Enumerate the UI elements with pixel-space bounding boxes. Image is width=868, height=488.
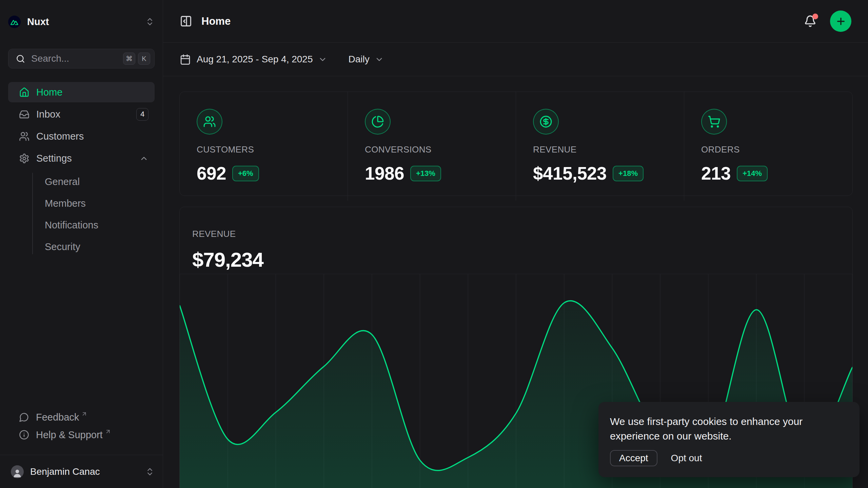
revenue-value: $79,234 — [192, 248, 840, 271]
info-icon — [19, 430, 29, 440]
sidebar-top: Nuxt Search... ⌘ K Home Inbox — [0, 0, 163, 411]
plus-icon — [835, 16, 846, 27]
revenue-label: REVENUE — [192, 229, 840, 239]
stat-value: 1986 — [365, 163, 404, 184]
person-icon — [12, 468, 22, 478]
page-title: Home — [201, 15, 231, 27]
search-placeholder: Search... — [31, 53, 69, 64]
sidebar-nav: Home Inbox 4 Customers Settings Ge — [8, 82, 155, 258]
sidebar-item-label: Home — [36, 87, 62, 98]
search-shortcut: ⌘ K — [123, 53, 150, 65]
users-icon — [203, 115, 216, 128]
team-switcher[interactable]: Nuxt — [8, 13, 155, 30]
accept-button[interactable]: Accept — [610, 450, 657, 466]
sidebar-item-general[interactable]: General — [45, 171, 155, 192]
sidebar-item-feedback[interactable]: Feedback — [8, 411, 155, 428]
settings-subnav: General Members Notifications Security — [8, 171, 155, 258]
granularity-label: Daily — [349, 54, 370, 65]
stats-card: CUSTOMERS 692 +6% CONVERSIONS 1986 +13% — [179, 92, 853, 196]
sidebar-item-label: Feedback — [36, 411, 79, 424]
sidebar-item-label: Customers — [36, 131, 84, 142]
external-link-icon — [81, 411, 87, 417]
chevron-down-icon — [318, 55, 327, 64]
stat-value: 692 — [197, 163, 226, 184]
stat-value: $415,523 — [533, 163, 607, 184]
user-name: Benjamin Canac — [30, 466, 100, 477]
date-range-label: Aug 21, 2025 - Sep 4, 2025 — [197, 54, 313, 65]
team-name: Nuxt — [27, 16, 49, 27]
sidebar-item-settings[interactable]: Settings — [8, 148, 155, 168]
stat-icon-circle — [701, 109, 727, 135]
sidebar-item-inbox[interactable]: Inbox 4 — [8, 104, 155, 124]
stat-customers: CUSTOMERS 692 +6% — [180, 92, 348, 201]
users-icon — [19, 131, 29, 142]
stat-delta-badge: +14% — [737, 166, 768, 181]
stat-delta-badge: +18% — [613, 166, 644, 181]
sidebar-footer: Feedback Help & Support — [0, 411, 163, 455]
main-header: Home — [163, 0, 868, 43]
dollar-circle-icon — [539, 115, 552, 128]
stat-icon-circle — [365, 109, 391, 135]
sidebar-item-label: Inbox — [36, 109, 60, 120]
nuxt-logo-icon — [8, 16, 21, 28]
message-circle-icon — [19, 412, 29, 422]
kbd-k: K — [138, 53, 150, 65]
stat-value: 213 — [701, 163, 731, 184]
sidebar-item-home[interactable]: Home — [8, 82, 155, 102]
sidebar-item-customers[interactable]: Customers — [8, 126, 155, 146]
stat-label: CONVERSIONS — [365, 144, 499, 155]
stat-label: REVENUE — [533, 144, 667, 155]
home-icon — [19, 87, 29, 98]
sidebar-item-notifications[interactable]: Notifications — [45, 214, 155, 236]
user-menu[interactable]: Benjamin Canac — [0, 455, 163, 488]
pie-chart-icon — [371, 115, 384, 128]
notifications-button[interactable] — [804, 15, 816, 27]
inbox-icon — [19, 109, 29, 120]
revenue-card-header: REVENUE $79,234 — [180, 207, 852, 274]
external-link-icon — [105, 428, 111, 435]
stat-delta-badge: +13% — [410, 166, 441, 181]
stat-label: CUSTOMERS — [197, 144, 331, 155]
sidebar-item-help-support[interactable]: Help & Support — [8, 428, 155, 446]
cookie-actions: Accept Opt out — [610, 450, 848, 466]
cart-icon — [708, 115, 721, 128]
sidebar-item-security[interactable]: Security — [45, 236, 155, 258]
stat-delta-badge: +6% — [232, 166, 259, 181]
app-root: Nuxt Search... ⌘ K Home Inbox — [0, 0, 868, 488]
stat-icon-circle — [197, 109, 222, 135]
stat-conversions: CONVERSIONS 1986 +13% — [348, 92, 516, 201]
search-icon — [16, 54, 25, 63]
calendar-icon — [180, 54, 191, 65]
toolbar: Aug 21, 2025 - Sep 4, 2025 Daily — [163, 43, 868, 76]
stat-orders: ORDERS 213 +14% — [684, 92, 852, 201]
sidebar-item-label: Help & Support — [36, 428, 103, 441]
chevron-up-icon — [139, 154, 149, 163]
sidebar-item-members[interactable]: Members — [45, 192, 155, 214]
panel-left-close-icon — [180, 15, 192, 27]
chevrons-up-down-icon — [145, 17, 155, 26]
stat-label: ORDERS — [701, 144, 835, 155]
notification-dot — [812, 14, 818, 19]
cookie-message: We use first-party cookies to enhance yo… — [610, 414, 834, 443]
stat-icon-circle — [533, 109, 559, 135]
avatar — [11, 465, 24, 478]
opt-out-button[interactable]: Opt out — [671, 453, 702, 464]
add-button[interactable] — [830, 11, 851, 32]
collapse-sidebar-button[interactable] — [180, 15, 192, 27]
granularity-button[interactable]: Daily — [349, 54, 384, 65]
date-range-button[interactable]: Aug 21, 2025 - Sep 4, 2025 — [180, 54, 327, 65]
sidebar-item-label: Settings — [36, 153, 72, 164]
stat-revenue: REVENUE $415,523 +18% — [516, 92, 684, 201]
search-input[interactable]: Search... ⌘ K — [8, 49, 155, 68]
inbox-count-badge: 4 — [136, 108, 149, 121]
cookie-banner: We use first-party cookies to enhance yo… — [598, 402, 860, 477]
sidebar: Nuxt Search... ⌘ K Home Inbox — [0, 0, 163, 488]
kbd-cmd: ⌘ — [123, 53, 135, 65]
gear-icon — [19, 153, 29, 164]
chevrons-up-down-icon — [145, 467, 155, 476]
chevron-down-icon — [375, 55, 384, 64]
header-actions — [804, 11, 851, 32]
